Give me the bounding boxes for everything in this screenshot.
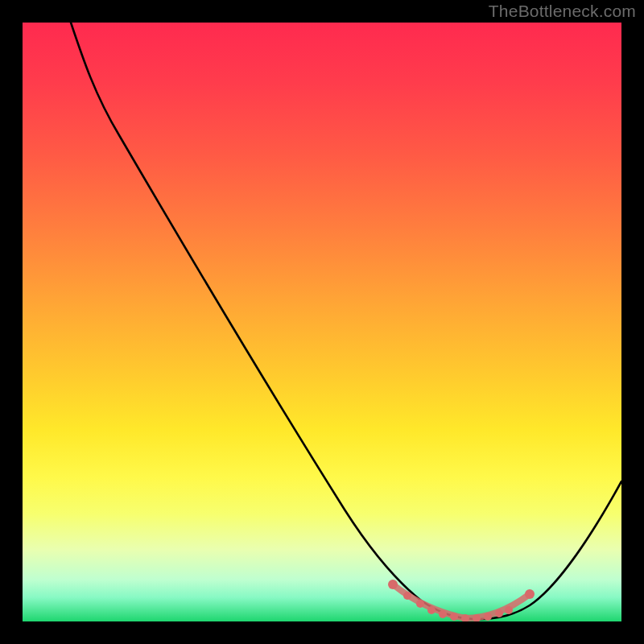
chart-frame: TheBottleneck.com (0, 0, 644, 644)
chart-svg (23, 23, 621, 621)
bottleneck-curve (71, 23, 621, 619)
watermark-text: TheBottleneck.com (489, 2, 636, 21)
